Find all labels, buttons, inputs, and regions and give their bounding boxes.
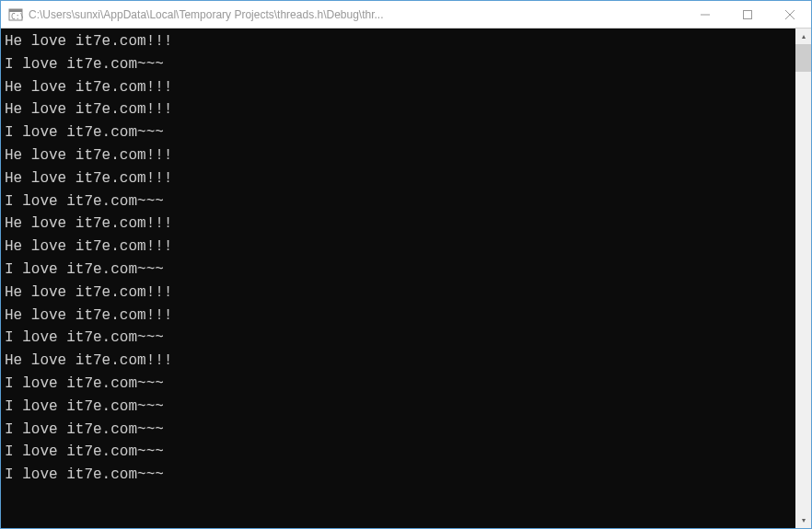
console-line: He love it7e.com!!!	[5, 76, 792, 99]
svg-rect-4	[744, 10, 752, 18]
console-line: He love it7e.com!!!	[5, 236, 792, 259]
console-line: I love it7e.com~~~	[5, 121, 792, 144]
console-line: He love it7e.com!!!	[5, 305, 792, 328]
svg-text:C:\: C:\	[11, 13, 23, 21]
console-line: I love it7e.com~~~	[5, 259, 792, 282]
console-line: He love it7e.com!!!	[5, 98, 792, 121]
titlebar[interactable]: C:\ C:\Users\sunxi\AppData\Local\Tempora…	[1, 1, 811, 29]
console-line: I love it7e.com~~~	[5, 396, 792, 419]
content-area: He love it7e.com!!!I love it7e.com~~~He …	[1, 29, 811, 528]
console-line: I love it7e.com~~~	[5, 419, 792, 442]
console-line: He love it7e.com!!!	[5, 350, 792, 373]
close-button[interactable]	[769, 1, 811, 28]
scrollbar-thumb[interactable]	[795, 44, 811, 72]
console-line: I love it7e.com~~~	[5, 327, 792, 350]
console-line: He love it7e.com!!!	[5, 167, 792, 190]
console-line: He love it7e.com!!!	[5, 144, 792, 167]
console-line: I love it7e.com~~~	[5, 53, 792, 76]
scroll-down-arrow-icon[interactable]: ▾	[795, 512, 811, 528]
scrollbar-track[interactable]	[795, 44, 811, 512]
vertical-scrollbar[interactable]: ▴ ▾	[795, 29, 811, 528]
svg-rect-1	[9, 9, 22, 12]
console-line: He love it7e.com!!!	[5, 30, 792, 53]
console-line: I love it7e.com~~~	[5, 464, 792, 487]
console-line: He love it7e.com!!!	[5, 282, 792, 305]
scroll-up-arrow-icon[interactable]: ▴	[795, 29, 811, 44]
console-output[interactable]: He love it7e.com!!!I love it7e.com~~~He …	[1, 29, 795, 528]
maximize-button[interactable]	[726, 1, 769, 28]
app-icon: C:\	[8, 7, 23, 22]
console-line: He love it7e.com!!!	[5, 213, 792, 236]
console-line: I love it7e.com~~~	[5, 441, 792, 464]
window-controls	[684, 1, 811, 28]
minimize-button[interactable]	[684, 1, 726, 28]
console-line: I love it7e.com~~~	[5, 190, 792, 213]
console-line: I love it7e.com~~~	[5, 373, 792, 396]
window-title: C:\Users\sunxi\AppData\Local\Temporary P…	[29, 8, 684, 21]
